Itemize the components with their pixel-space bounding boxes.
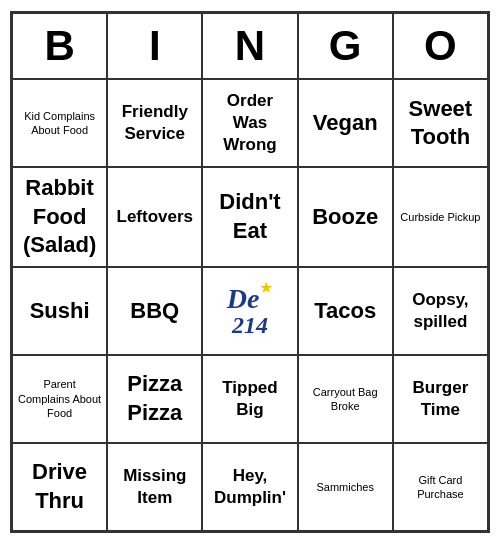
- cell-4-5[interactable]: Burger Time: [393, 355, 488, 443]
- cell-3-1[interactable]: Sushi: [12, 267, 107, 355]
- cell-1-5[interactable]: Sweet Tooth: [393, 79, 488, 167]
- cell-2-1[interactable]: Rabbit Food (Salad): [12, 167, 107, 267]
- cell-3-5[interactable]: Oopsy, spilled: [393, 267, 488, 355]
- cell-4-3[interactable]: Tipped Big: [202, 355, 297, 443]
- header-o: O: [393, 13, 488, 79]
- cell-3-3-free[interactable]: De ★ 214: [202, 267, 297, 355]
- cell-4-1[interactable]: Parent Complains About Food: [12, 355, 107, 443]
- cell-2-2[interactable]: Leftovers: [107, 167, 202, 267]
- cell-5-4[interactable]: Sammiches: [298, 443, 393, 531]
- header-n: N: [202, 13, 297, 79]
- cell-1-1[interactable]: Kid Complains About Food: [12, 79, 107, 167]
- de214-logo: De ★ 214: [227, 285, 274, 337]
- cell-5-3[interactable]: Hey, Dumplin': [202, 443, 297, 531]
- cell-1-3[interactable]: Order Was Wrong: [202, 79, 297, 167]
- header-g: G: [298, 13, 393, 79]
- cell-4-4[interactable]: Carryout Bag Broke: [298, 355, 393, 443]
- cell-3-2[interactable]: BBQ: [107, 267, 202, 355]
- bingo-header: B I N G O: [12, 13, 488, 79]
- bingo-card: B I N G O Kid Complains About Food Frien…: [10, 11, 490, 533]
- cell-2-5[interactable]: Curbside Pickup: [393, 167, 488, 267]
- cell-4-2[interactable]: Pizza Pizza: [107, 355, 202, 443]
- header-i: I: [107, 13, 202, 79]
- cell-5-1[interactable]: Drive Thru: [12, 443, 107, 531]
- cell-2-3[interactable]: Didn't Eat: [202, 167, 297, 267]
- header-b: B: [12, 13, 107, 79]
- cell-3-4[interactable]: Tacos: [298, 267, 393, 355]
- cell-2-4[interactable]: Booze: [298, 167, 393, 267]
- cell-1-2[interactable]: Friendly Service: [107, 79, 202, 167]
- cell-1-4[interactable]: Vegan: [298, 79, 393, 167]
- bingo-grid: Kid Complains About Food Friendly Servic…: [12, 79, 488, 531]
- cell-5-2[interactable]: Missing Item: [107, 443, 202, 531]
- cell-5-5[interactable]: Gift Card Purchase: [393, 443, 488, 531]
